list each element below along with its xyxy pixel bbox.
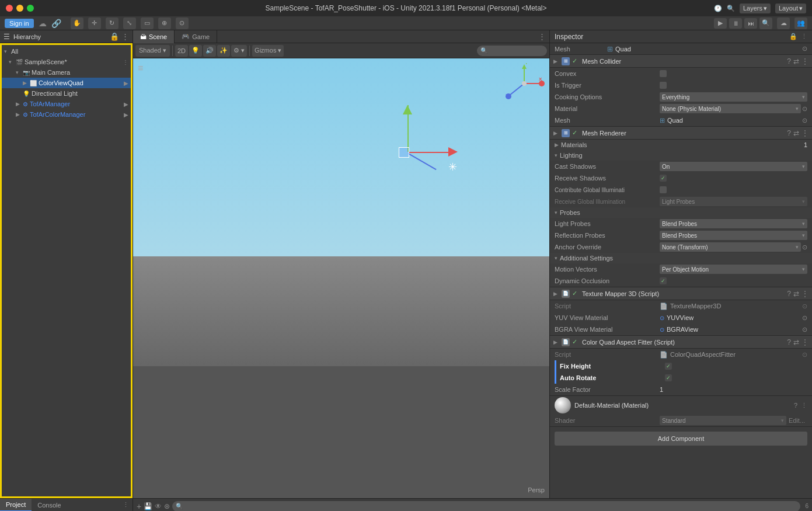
motion-vectors-dropdown[interactable]: Per Object Motion: [660, 265, 807, 274]
gizmos-btn[interactable]: Gizmos ▾: [252, 45, 284, 57]
search-btn[interactable]: 🔍: [759, 18, 772, 29]
yuv-circle-icon[interactable]: ⊙: [802, 314, 807, 322]
console-tab[interactable]: Console: [32, 499, 67, 512]
lighting-section-header[interactable]: ▾ Lighting: [550, 150, 812, 161]
save-asset-icon[interactable]: 💾: [144, 502, 152, 510]
material-more-icon[interactable]: ⋮: [801, 402, 807, 409]
mesh-renderer-settings-icon[interactable]: ⇄: [793, 129, 799, 137]
add-component-button[interactable]: Add Component: [555, 432, 807, 446]
hierarchy-menu-icon[interactable]: ☰: [4, 33, 10, 41]
bgra-circle-icon[interactable]: ⊙: [802, 326, 807, 333]
move-tool[interactable]: ✛: [88, 18, 101, 29]
fix-height-checkbox[interactable]: ✓: [665, 363, 672, 370]
hand-tool[interactable]: ✋: [71, 18, 83, 29]
hierarchy-item-maincamera[interactable]: ▾ 📷 Main Camera: [2, 67, 131, 78]
audio-button[interactable]: 🔊: [203, 45, 216, 57]
collab-icon[interactable]: 🔗: [51, 19, 61, 28]
mesh-collider-help-icon[interactable]: ?: [787, 57, 791, 65]
hierarchy-item-samplescene[interactable]: ▾ 🎬 SampleScene* ⋮: [2, 57, 131, 67]
hierarchy-item-directionallight[interactable]: ▶ 💡 Directional Light: [2, 88, 131, 99]
cloud-icon[interactable]: ☁: [39, 19, 47, 28]
fx-button[interactable]: ✨: [217, 45, 230, 57]
scene-settings-icon[interactable]: ≡: [138, 63, 143, 74]
mesh-circle-icon[interactable]: ⊙: [802, 45, 807, 53]
hierarchy-more-icon[interactable]: ⋮: [121, 32, 129, 41]
cq-circle-icon[interactable]: ⊙: [802, 351, 807, 359]
hierarchy-item-colorviewquad[interactable]: ▶ ⬜ ColorViewQuad ▶: [2, 78, 131, 88]
history-icon[interactable]: 🕐: [714, 5, 722, 12]
layers-dropdown[interactable]: Layers ▾: [740, 4, 771, 13]
texture-mapper-help-icon[interactable]: ?: [787, 290, 791, 298]
play-button[interactable]: ▶: [714, 18, 727, 29]
is-trigger-checkbox[interactable]: [660, 82, 667, 89]
additional-settings-header[interactable]: ▾ Additional Settings: [550, 253, 812, 263]
step-button[interactable]: ⏭: [744, 18, 757, 29]
inspector-more-icon[interactable]: ⋮: [801, 33, 807, 40]
scene-view-options[interactable]: ⚙ ▾: [231, 45, 247, 57]
samplescene-action[interactable]: ⋮: [123, 59, 128, 65]
collab-btn[interactable]: 👥: [794, 18, 807, 29]
auto-rotate-checkbox[interactable]: ✓: [665, 374, 672, 381]
color-quad-header[interactable]: ▶ 📄 ✓ Color Quad Aspect Fitter (Script) …: [550, 336, 812, 349]
close-button[interactable]: [6, 5, 13, 12]
materials-section-header[interactable]: ▶ Materials 1: [550, 140, 812, 150]
hierarchy-tree[interactable]: ▾ All ▾ 🎬 SampleScene* ⋮ ▾ 📷 Main Camera…: [0, 43, 133, 498]
hierarchy-lock-icon[interactable]: 🔒: [110, 32, 119, 41]
script-circle-icon[interactable]: ⊙: [802, 303, 807, 310]
custom-tool[interactable]: ⊙: [176, 18, 189, 29]
tofarmanager-action[interactable]: ▶: [124, 101, 128, 107]
mesh-renderer-header[interactable]: ▶ ⊞ ✓ Mesh Renderer ? ⇄ ⋮: [550, 127, 812, 140]
project-search-box[interactable]: 🔍: [172, 501, 800, 512]
shading-dropdown[interactable]: Shaded ▾: [135, 45, 170, 57]
scene-search[interactable]: 🔍: [477, 46, 547, 56]
dynamic-occlusion-checkbox[interactable]: ✓: [660, 277, 667, 284]
scene-more-icon[interactable]: ⋮: [538, 32, 546, 41]
hierarchy-item-tofarcolormanager[interactable]: ▶ ⚙ TofArColorManager ▶: [2, 109, 131, 120]
cooking-options-dropdown[interactable]: Everything: [660, 92, 807, 102]
minimize-button[interactable]: [16, 5, 23, 12]
scale-tool[interactable]: ⤡: [123, 18, 136, 29]
mesh-collider-enabled-check[interactable]: ✓: [572, 57, 577, 65]
convex-checkbox[interactable]: [660, 70, 667, 77]
eye-asset-icon[interactable]: 👁: [155, 502, 162, 510]
search-icon[interactable]: 🔍: [727, 5, 735, 12]
add-asset-icon[interactable]: +: [137, 502, 141, 511]
scene-tab[interactable]: 🏔 Scene: [133, 30, 175, 43]
colorviewquad-action[interactable]: ▶: [124, 80, 128, 86]
texture-mapper-header[interactable]: ▶ 📄 ✓ Texture Mapper 3D (Script) ? ⇄ ⋮: [550, 287, 812, 300]
material-circle-icon[interactable]: ⊙: [802, 105, 807, 113]
texture-mapper-settings-icon[interactable]: ⇄: [793, 290, 799, 298]
reflection-probes-dropdown[interactable]: Blend Probes: [660, 231, 807, 240]
anchor-override-dropdown[interactable]: None (Transform): [660, 242, 801, 252]
mesh-collider-settings-icon[interactable]: ⇄: [793, 57, 799, 65]
texture-mapper-enabled-check[interactable]: ✓: [572, 290, 577, 297]
anchor-circle-icon[interactable]: ⊙: [802, 244, 807, 251]
collider-mesh-circle-icon[interactable]: ⊙: [802, 117, 807, 124]
hierarchy-item-tofarmanager[interactable]: ▶ ⚙ TofArManager ▶: [2, 99, 131, 109]
light-probes-dropdown[interactable]: Blend Probes: [660, 219, 807, 228]
rotate-tool[interactable]: ↻: [106, 18, 119, 29]
shader-dropdown[interactable]: Standard: [660, 416, 786, 425]
tofarcolormanager-action[interactable]: ▶: [124, 112, 128, 118]
color-quad-help-icon[interactable]: ?: [787, 338, 791, 346]
inspector-lock-icon[interactable]: 🔒: [789, 33, 797, 40]
color-quad-settings-icon[interactable]: ⇄: [793, 338, 799, 346]
maximize-button[interactable]: [27, 5, 34, 12]
mesh-collider-more-icon[interactable]: ⋮: [801, 57, 808, 65]
material-help-icon[interactable]: ?: [794, 402, 797, 409]
probes-section-header[interactable]: ▾ Probes: [550, 207, 812, 218]
receive-gi-dropdown[interactable]: Light Probes: [660, 197, 807, 206]
cast-shadows-dropdown[interactable]: On: [660, 162, 807, 171]
receive-shadows-checkbox[interactable]: ✓: [660, 175, 667, 182]
hierarchy-item-all[interactable]: ▾ All: [2, 46, 131, 57]
scene-view[interactable]: ✳ Y X Z: [133, 58, 549, 498]
transform-tool[interactable]: ⊕: [158, 18, 171, 29]
axes-gizmo[interactable]: Y X Z: [504, 63, 545, 104]
rect-tool[interactable]: ▭: [141, 18, 154, 29]
color-quad-more-icon[interactable]: ⋮: [801, 338, 808, 346]
cloud-build-btn[interactable]: ☁: [777, 18, 790, 29]
mesh-renderer-more-icon[interactable]: ⋮: [801, 129, 808, 137]
pause-button[interactable]: ⏸: [729, 18, 742, 29]
filter-asset-icon[interactable]: ⊛: [164, 502, 170, 510]
sign-in-button[interactable]: Sign in: [5, 19, 34, 28]
